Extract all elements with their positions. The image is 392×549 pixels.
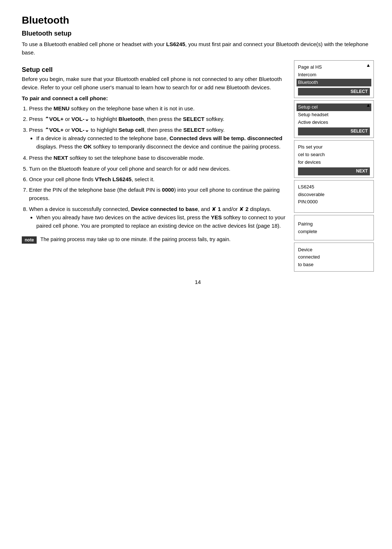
step-8: When a device is successfully connected,…: [29, 205, 287, 230]
screen1-item-3-highlighted: Bluetooth: [297, 79, 371, 86]
screen4-line-3: PIN:0000: [298, 198, 370, 206]
note-text: The pairing process may take up to one m…: [40, 236, 230, 243]
step-3-bullets: If a device is already connected to the …: [36, 134, 287, 151]
phone-screens-column: ▲ Page al HS Intercom Bluetooth SELECT ▲…: [294, 60, 374, 272]
phone-screen-2: ▲ Setup cel Setup headset Active devices…: [294, 100, 374, 138]
note-box: note The pairing process may take up to …: [22, 236, 287, 244]
screen2-item-2: Setup headset: [298, 111, 370, 119]
note-label: note: [22, 236, 37, 244]
setup-cell-heading: Setup cell: [22, 66, 287, 74]
screen1-item-1: Page al HS: [298, 64, 370, 71]
phone-screen-4: LS6245 discoverable PIN:0000: [294, 180, 374, 213]
step-3-bullet: If a device is already connected to the …: [36, 134, 287, 151]
screen6-line-1: Device: [298, 246, 370, 254]
step-8-bullets: When you already have two devices on the…: [36, 213, 287, 230]
step-6: Once your cell phone finds VTech LS6245,…: [29, 175, 287, 183]
screen5-line-2: complete: [298, 228, 370, 236]
phone-screen-5: Pairing complete: [294, 215, 374, 240]
screen1-item-2: Intercom: [298, 71, 370, 79]
screen2-item-3: Active devices: [298, 119, 370, 126]
page-number: 14: [22, 279, 374, 285]
step-3: Press ⌃VOL+ or VOL-⌄ to highlight Setup …: [29, 126, 287, 151]
screen3-line-3: for devices: [298, 159, 370, 166]
setup-cell-intro: Before you begin, make sure that your Bl…: [22, 75, 287, 92]
pair-subheading: To pair and connect a cell phone:: [22, 95, 287, 101]
screen2-item-1-highlighted: Setup cel: [297, 103, 371, 111]
main-content: Setup cell Before you begin, make sure t…: [22, 60, 287, 272]
screen3-next-button: NEXT: [298, 167, 370, 175]
step-4: Press the NEXT softkey to set the teleph…: [29, 154, 287, 162]
screen2-select-button: SELECT: [298, 127, 370, 135]
steps-list: Press the MENU softkey on the telephone …: [29, 104, 287, 230]
screen1-select-button: SELECT: [298, 88, 370, 95]
screen4-line-2: discoverable: [298, 191, 370, 199]
step-7: Enter the PIN of the telephone base (the…: [29, 186, 287, 203]
step-5: Turn on the Bluetooth feature of your ce…: [29, 164, 287, 173]
screen3-line-2: cel to search: [298, 151, 370, 159]
screen4-line-1: LS6245: [298, 183, 370, 191]
screen6-line-2: connected: [298, 253, 370, 261]
page-title: Bluetooth: [22, 15, 374, 26]
up-arrow-icon-2: ▲: [366, 102, 371, 109]
phone-screen-3: Pls set your cel to search for devices N…: [294, 140, 374, 178]
screen6-line-3: to base: [298, 261, 370, 269]
step-1: Press the MENU softkey on the telephone …: [29, 104, 287, 113]
phone-screen-6: Device connected to base: [294, 243, 374, 272]
bluetooth-setup-heading: Bluetooth setup: [22, 30, 374, 37]
step-2: Press ⌃VOL+ or VOL-⌄ to highlight Blueto…: [29, 115, 287, 123]
bluetooth-setup-paragraph: To use a Bluetooth enabled cell phone or…: [22, 40, 374, 57]
screen3-line-1: Pls set your: [298, 143, 370, 151]
up-arrow-icon-1: ▲: [366, 62, 371, 69]
screen5-line-1: Pairing: [298, 220, 370, 228]
phone-screen-1: ▲ Page al HS Intercom Bluetooth SELECT: [294, 60, 374, 98]
step-8-bullet: When you already have two devices on the…: [36, 213, 287, 230]
